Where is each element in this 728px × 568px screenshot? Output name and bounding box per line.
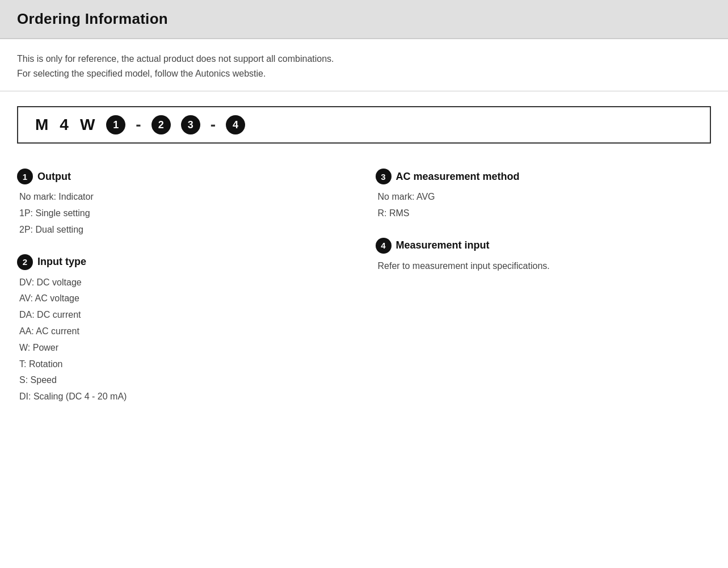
left-column: 1 Output No mark: Indicator 1P: Single s… [17, 169, 364, 421]
ac-measurement-items: No mark: AVG R: RMS [376, 189, 712, 222]
output-items: No mark: Indicator 1P: Single setting 2P… [17, 189, 342, 238]
measurement-input-heading-text: Measurement input [396, 239, 490, 251]
ac-measurement-circle: 3 [376, 169, 392, 184]
circle-4: 4 [226, 115, 245, 134]
model-part-m: M [35, 116, 49, 134]
measurement-input-circle: 4 [376, 238, 392, 254]
output-heading: 1 Output [17, 169, 342, 184]
ac-measurement-item-1: R: RMS [376, 205, 712, 222]
ac-measurement-section: 3 AC measurement method No mark: AVG R: … [376, 169, 712, 222]
input-type-item-5: T: Rotation [17, 356, 342, 373]
page-title: Ordering Information [17, 10, 711, 28]
model-code-section: M 4 W 1 - 2 3 - 4 [0, 91, 728, 155]
model-part-4: 4 [60, 116, 70, 134]
input-type-item-6: S: Speed [17, 372, 342, 389]
input-type-items: DV: DC voltage AV: AC voltage DA: DC cur… [17, 275, 342, 405]
measurement-input-section: 4 Measurement input Refer to measurement… [376, 238, 712, 275]
measurement-input-items: Refer to measurement input specification… [376, 258, 712, 275]
input-type-item-4: W: Power [17, 340, 342, 356]
model-part-w: W [80, 116, 96, 134]
circle-3: 3 [181, 115, 200, 134]
input-type-item-2: DA: DC current [17, 307, 342, 323]
ac-measurement-heading-text: AC measurement method [396, 171, 520, 183]
measurement-input-item-0: Refer to measurement input specification… [376, 258, 712, 275]
description-text: This is only for reference, the actual p… [17, 52, 711, 81]
ac-measurement-item-0: No mark: AVG [376, 189, 712, 205]
circle-2: 2 [152, 115, 171, 134]
input-type-item-7: DI: Scaling (DC 4 - 20 mA) [17, 389, 342, 405]
output-item-2: 2P: Dual setting [17, 222, 342, 238]
output-section: 1 Output No mark: Indicator 1P: Single s… [17, 169, 342, 238]
input-type-heading-text: Input type [37, 256, 86, 268]
right-column: 3 AC measurement method No mark: AVG R: … [364, 169, 712, 421]
input-type-item-1: AV: AC voltage [17, 291, 342, 307]
model-code-box: M 4 W 1 - 2 3 - 4 [17, 106, 711, 144]
output-heading-text: Output [37, 171, 71, 183]
separator-2: - [211, 116, 216, 134]
content-section: 1 Output No mark: Indicator 1P: Single s… [0, 155, 728, 435]
output-item-1: 1P: Single setting [17, 205, 342, 222]
header-section: Ordering Information [0, 0, 728, 39]
input-type-item-0: DV: DC voltage [17, 275, 342, 291]
circle-1: 1 [106, 115, 125, 134]
output-circle: 1 [17, 169, 33, 184]
input-type-circle: 2 [17, 254, 33, 270]
separator-1: - [136, 116, 141, 134]
input-type-section: 2 Input type DV: DC voltage AV: AC volta… [17, 254, 342, 405]
measurement-input-heading: 4 Measurement input [376, 238, 712, 254]
page-container: Ordering Information This is only for re… [0, 0, 728, 568]
input-type-heading: 2 Input type [17, 254, 342, 270]
ac-measurement-heading: 3 AC measurement method [376, 169, 712, 184]
description-section: This is only for reference, the actual p… [0, 39, 728, 91]
input-type-item-3: AA: AC current [17, 323, 342, 340]
output-item-0: No mark: Indicator [17, 189, 342, 205]
